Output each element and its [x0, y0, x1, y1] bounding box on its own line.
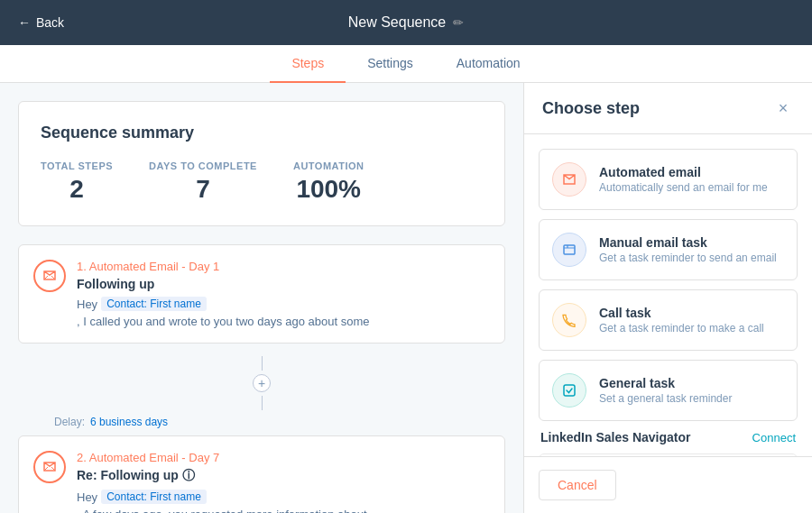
delay-value: 6 business days — [90, 416, 168, 428]
call-task-name: Call task — [599, 306, 784, 320]
stat-label-steps: TOTAL STEPS — [41, 160, 113, 171]
connector-line-top — [262, 356, 263, 371]
linkedin-section: LinkedIn Sales Navigator Connect in InMa… — [539, 430, 798, 456]
step-1-subject: Following up — [77, 277, 490, 291]
manual-email-name: Manual email task — [599, 235, 784, 250]
step-card-2: 2. Automated Email - Day 7 Re: Following… — [18, 435, 505, 513]
call-task-icon — [552, 303, 586, 337]
step-card-1: 1. Automated Email - Day 1 Following up … — [18, 244, 505, 344]
delay-connector: + — [18, 351, 505, 416]
general-task-name: General task — [599, 376, 784, 390]
tab-automation[interactable]: Automation — [435, 45, 542, 83]
step-1-title: 1. Automated Email - Day 1 — [77, 260, 490, 273]
step-1-body: Hey Contact: First name , I called you a… — [77, 297, 490, 328]
call-task-text: Call task Get a task reminder to make a … — [599, 306, 784, 334]
panel-title: Choose step — [542, 99, 640, 118]
back-button[interactable]: ← Back — [18, 15, 64, 30]
panel-footer: Cancel — [524, 456, 812, 513]
linkedin-connect-link[interactable]: Connect — [752, 431, 796, 444]
summary-card: Sequence summary TOTAL STEPS 2 DAYS TO C… — [18, 101, 505, 226]
header: ← Back New Sequence ✏ — [0, 0, 812, 45]
summary-title: Sequence summary — [41, 124, 483, 142]
step-2-body: Hey Contact: First name , A few days ago… — [77, 490, 490, 513]
stat-automation: AUTOMATION 100% — [293, 160, 364, 204]
general-task-text: General task Set a general task reminder — [599, 376, 784, 405]
step-2-content: 2. Automated Email - Day 7 Re: Following… — [77, 451, 490, 513]
manual-email-icon — [552, 233, 586, 267]
stat-days: DAYS TO COMPLETE 7 — [149, 160, 257, 204]
tab-steps[interactable]: Steps — [270, 45, 346, 83]
summary-stats: TOTAL STEPS 2 DAYS TO COMPLETE 7 AUTOMAT… — [41, 160, 483, 204]
back-arrow-icon: ← — [18, 15, 31, 30]
stat-value-automation: 100% — [293, 175, 364, 204]
option-general-task[interactable]: General task Set a general task reminder — [539, 360, 798, 421]
svg-rect-0 — [564, 245, 575, 254]
stat-total-steps: TOTAL STEPS 2 — [41, 160, 113, 204]
option-manual-email[interactable]: Manual email task Get a task reminder to… — [539, 219, 798, 280]
linkedin-header: LinkedIn Sales Navigator Connect — [539, 430, 798, 444]
call-task-desc: Get a task reminder to make a call — [599, 322, 784, 334]
main-content: Sequence summary TOTAL STEPS 2 DAYS TO C… — [0, 83, 812, 513]
add-step-button[interactable]: + — [253, 374, 271, 392]
connector-line-bottom — [262, 396, 263, 410]
tab-settings[interactable]: Settings — [346, 45, 435, 83]
automated-email-name: Automated email — [599, 165, 784, 179]
step-2-title: 2. Automated Email - Day 7 — [77, 451, 490, 464]
tabs-bar: Steps Settings Automation — [0, 45, 812, 83]
stat-label-automation: AUTOMATION — [293, 160, 364, 171]
svg-rect-1 — [564, 385, 575, 396]
panel-body: Automated email Automatically send an em… — [524, 134, 812, 456]
linkedin-title: LinkedIn Sales Navigator — [540, 430, 691, 444]
edit-icon[interactable]: ✏ — [453, 15, 464, 30]
left-panel: Sequence summary TOTAL STEPS 2 DAYS TO C… — [0, 83, 523, 513]
contact-tag-2: Contact: First name — [101, 490, 207, 504]
general-task-icon — [552, 373, 586, 408]
option-call-task[interactable]: Call task Get a task reminder to make a … — [539, 289, 798, 351]
step-2-icon — [33, 451, 66, 483]
step-1-icon — [33, 260, 66, 292]
delay-label: Delay: 6 business days — [18, 416, 505, 428]
automated-email-icon — [552, 162, 586, 197]
manual-email-desc: Get a task reminder to send an email — [599, 252, 784, 264]
stat-value-steps: 2 — [41, 175, 113, 204]
automated-email-desc: Automatically send an email for me — [599, 181, 784, 194]
contact-tag-1: Contact: First name — [101, 297, 207, 311]
close-panel-button[interactable]: × — [772, 97, 794, 119]
sequence-title: New Sequence — [348, 14, 447, 31]
option-automated-email[interactable]: Automated email Automatically send an em… — [539, 149, 798, 210]
automated-email-text: Automated email Automatically send an em… — [599, 165, 784, 194]
panel-header: Choose step × — [524, 83, 812, 134]
choose-step-panel: Choose step × Automated email Automatica… — [523, 83, 812, 513]
stat-value-days: 7 — [149, 175, 257, 204]
stat-label-days: DAYS TO COMPLETE — [149, 160, 257, 171]
step-1-content: 1. Automated Email - Day 1 Following up … — [77, 260, 490, 328]
cancel-button[interactable]: Cancel — [539, 470, 616, 500]
step-2-header: 2. Automated Email - Day 7 Re: Following… — [33, 451, 490, 513]
step-1-header: 1. Automated Email - Day 1 Following up … — [33, 260, 490, 328]
option-inmail: in InMail task Get a task reminder to se… — [539, 453, 798, 456]
step-2-subject: Re: Following up ⓘ — [77, 468, 490, 484]
header-title: New Sequence ✏ — [348, 14, 465, 31]
general-task-desc: Set a general task reminder — [599, 392, 784, 405]
back-label: Back — [36, 15, 64, 30]
manual-email-text: Manual email task Get a task reminder to… — [599, 235, 784, 264]
